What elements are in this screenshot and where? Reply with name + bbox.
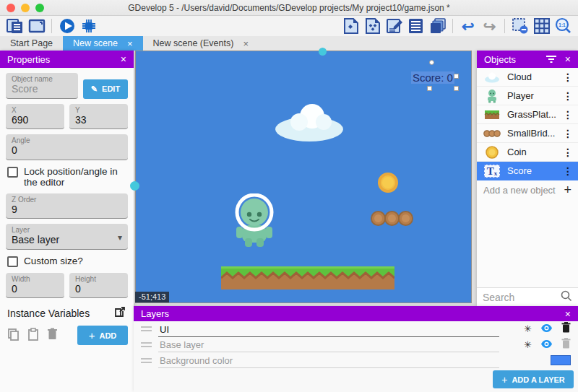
x-value: 690 bbox=[12, 114, 59, 127]
properties-editor-icon[interactable] bbox=[384, 17, 404, 35]
delete-instances-icon[interactable] bbox=[510, 17, 530, 35]
add-layer-label: ADD A LAYER bbox=[512, 375, 564, 384]
main-area: Properties × Object name Score ✎ EDIT bbox=[0, 51, 578, 392]
object-menu-icon[interactable]: ⋮ bbox=[563, 109, 573, 121]
copy-icon[interactable] bbox=[7, 328, 20, 344]
object-menu-icon[interactable]: ⋮ bbox=[563, 147, 573, 158]
zoom-one-to-one-icon[interactable]: 1:1 bbox=[553, 17, 573, 35]
redo-icon[interactable]: ↪ bbox=[480, 17, 499, 35]
tab-new-scene[interactable]: New scene × bbox=[63, 36, 142, 51]
undo-icon[interactable]: ↩ bbox=[458, 17, 478, 35]
debug-icon[interactable] bbox=[79, 17, 98, 35]
scene-editor-icon[interactable] bbox=[27, 17, 46, 35]
layer-name[interactable]: Base layer bbox=[158, 339, 499, 352]
background-color-swatch[interactable] bbox=[551, 355, 571, 365]
pencil-icon: ✎ bbox=[91, 84, 98, 94]
edit-object-button[interactable]: ✎ EDIT bbox=[83, 79, 128, 99]
layer-dropdown[interactable]: Layer Base layer ▾ bbox=[6, 224, 128, 250]
open-in-new-icon[interactable] bbox=[113, 305, 126, 321]
object-row-smallbridge[interactable]: SmallBrid... ⋮ bbox=[477, 124, 578, 143]
grid-icon[interactable] bbox=[532, 17, 551, 35]
drag-handle-icon bbox=[141, 358, 152, 363]
object-name: Score bbox=[502, 165, 563, 176]
object-row-score[interactable]: Tx Score ⋮ bbox=[477, 162, 578, 180]
object-menu-icon[interactable]: ⋮ bbox=[563, 165, 573, 177]
player-object[interactable] bbox=[235, 193, 274, 248]
close-tab-icon[interactable]: × bbox=[243, 38, 249, 49]
tab-label: New scene (Events) bbox=[153, 38, 234, 48]
maximize-window-button[interactable] bbox=[35, 4, 44, 12]
object-name-field: Object name Score bbox=[6, 73, 78, 99]
delete-layer-icon[interactable] bbox=[561, 338, 571, 352]
panel-drag-handle[interactable] bbox=[319, 48, 327, 56]
object-menu-icon[interactable]: ⋮ bbox=[563, 71, 573, 83]
preview-icon[interactable] bbox=[57, 17, 77, 35]
custom-size-checkbox[interactable] bbox=[7, 256, 18, 267]
selection-handle[interactable] bbox=[454, 74, 459, 79]
project-manager-icon[interactable] bbox=[5, 17, 25, 35]
cloud-object[interactable] bbox=[273, 100, 345, 142]
toolbar-separator bbox=[452, 19, 453, 33]
z-order-field[interactable]: Z Order 9 bbox=[6, 193, 128, 219]
object-row-coin[interactable]: Coin ⋮ bbox=[477, 143, 578, 162]
layers-editor-icon[interactable] bbox=[428, 17, 447, 35]
object-row-player[interactable]: Player ⋮ bbox=[477, 87, 578, 105]
custom-size-label: Custom size? bbox=[24, 256, 83, 266]
y-position-field[interactable]: Y 33 bbox=[69, 104, 128, 130]
close-panel-icon[interactable]: × bbox=[565, 53, 571, 65]
object-row-grassplatform[interactable]: GrassPlat... ⋮ bbox=[477, 105, 578, 124]
drag-handle-icon[interactable] bbox=[141, 326, 152, 331]
object-menu-icon[interactable]: ⋮ bbox=[563, 128, 573, 139]
layer-visibility-icon[interactable] bbox=[540, 323, 553, 336]
objects-editor-icon[interactable] bbox=[341, 17, 361, 35]
lock-position-checkbox[interactable] bbox=[7, 167, 18, 178]
height-field[interactable]: Height 0 bbox=[69, 273, 128, 299]
close-panel-icon[interactable]: × bbox=[121, 53, 126, 65]
layer-effects-icon[interactable]: ✳ bbox=[524, 340, 532, 349]
delete-layer-icon[interactable] bbox=[561, 322, 571, 336]
add-variable-button[interactable]: + ADD bbox=[77, 326, 128, 345]
objects-title: Objects bbox=[484, 54, 516, 65]
layer-effects-icon[interactable]: ✳ bbox=[524, 324, 532, 334]
selection-handle[interactable] bbox=[429, 60, 434, 65]
close-panel-icon[interactable]: × bbox=[565, 308, 571, 320]
layer-visibility-icon[interactable] bbox=[540, 339, 553, 352]
trash-icon[interactable] bbox=[47, 328, 58, 343]
grass-platform-object[interactable] bbox=[221, 266, 394, 289]
minimize-window-button[interactable] bbox=[21, 4, 30, 12]
layers-header: Layers × bbox=[134, 306, 578, 321]
object-groups-icon[interactable] bbox=[363, 17, 382, 35]
coin-object[interactable] bbox=[378, 173, 398, 193]
cursor-coordinates: -51;413 bbox=[135, 292, 169, 302]
search-input[interactable] bbox=[483, 292, 558, 303]
width-field[interactable]: Width 0 bbox=[6, 273, 64, 299]
plus-icon[interactable]: + bbox=[564, 183, 571, 198]
x-position-field[interactable]: X 690 bbox=[6, 104, 64, 130]
drag-handle-icon[interactable] bbox=[141, 342, 152, 347]
add-object-row[interactable]: Add a new object + bbox=[477, 180, 578, 199]
instance-variables-label: Instance Variables bbox=[7, 308, 90, 319]
close-tab-icon[interactable]: × bbox=[127, 38, 133, 49]
x-label: X bbox=[12, 106, 59, 114]
selection-handle[interactable] bbox=[427, 86, 432, 91]
tab-start-page[interactable]: Start Page bbox=[0, 36, 63, 51]
objects-panel: Objects × Cloud ⋮ Pla bbox=[477, 51, 578, 306]
small-bridge-object[interactable] bbox=[371, 211, 412, 226]
close-window-button[interactable] bbox=[7, 4, 15, 12]
layer-row-background-color: Background color bbox=[134, 352, 578, 368]
add-layer-button[interactable]: + ADD A LAYER bbox=[493, 370, 574, 388]
toolbar-separator bbox=[504, 19, 505, 33]
object-row-cloud[interactable]: Cloud ⋮ bbox=[477, 68, 578, 87]
score-text-object[interactable]: Score: 0 bbox=[411, 71, 454, 84]
layer-name-input[interactable] bbox=[158, 324, 499, 337]
filter-icon[interactable] bbox=[546, 54, 556, 65]
tab-bar: Start Page New scene × New scene (Events… bbox=[0, 36, 578, 51]
instances-list-icon[interactable] bbox=[406, 17, 426, 35]
angle-field[interactable]: Angle 0 bbox=[6, 134, 128, 160]
scene-canvas[interactable]: Score: 0 bbox=[135, 51, 472, 303]
panel-drag-handle[interactable] bbox=[130, 181, 139, 191]
paste-icon[interactable] bbox=[27, 328, 39, 344]
selection-handle[interactable] bbox=[454, 86, 459, 91]
tab-new-scene-events[interactable]: New scene (Events) × bbox=[143, 36, 259, 51]
object-menu-icon[interactable]: ⋮ bbox=[563, 90, 573, 102]
